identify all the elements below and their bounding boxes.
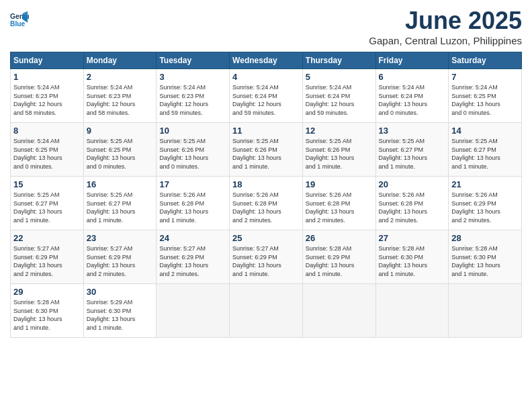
calendar-cell: 6Sunrise: 5:24 AM Sunset: 6:24 PM Daylig… <box>375 69 449 123</box>
calendar-cell: 12Sunrise: 5:25 AM Sunset: 6:26 PM Dayli… <box>302 123 375 177</box>
calendar-cell: 23Sunrise: 5:27 AM Sunset: 6:29 PM Dayli… <box>83 230 157 284</box>
cell-info: Sunrise: 5:26 AM Sunset: 6:29 PM Dayligh… <box>451 191 519 224</box>
cell-info: Sunrise: 5:25 AM Sunset: 6:27 PM Dayligh… <box>451 137 519 171</box>
cell-info: Sunrise: 5:24 AM Sunset: 6:24 PM Dayligh… <box>379 83 446 117</box>
day-number: 12 <box>306 126 373 136</box>
day-number: 11 <box>232 126 300 136</box>
cell-info: Sunrise: 5:24 AM Sunset: 6:23 PM Dayligh… <box>87 83 154 117</box>
col-header-friday: Friday <box>375 52 449 69</box>
col-header-wednesday: Wednesday <box>230 52 303 69</box>
col-header-saturday: Saturday <box>449 52 522 69</box>
day-number: 27 <box>379 233 446 243</box>
calendar-cell: 10Sunrise: 5:25 AM Sunset: 6:26 PM Dayli… <box>157 123 230 177</box>
subtitle: Gapan, Central Luzon, Philippines <box>369 35 522 46</box>
day-number: 13 <box>379 126 446 136</box>
calendar-cell: 18Sunrise: 5:26 AM Sunset: 6:28 PM Dayli… <box>230 177 303 230</box>
calendar-cell: 8Sunrise: 5:24 AM Sunset: 6:25 PM Daylig… <box>11 123 84 177</box>
cell-info: Sunrise: 5:29 AM Sunset: 6:30 PM Dayligh… <box>87 298 154 332</box>
logo-icon: General Blue <box>10 10 29 29</box>
header-row: SundayMondayTuesdayWednesdayThursdayFrid… <box>11 52 522 69</box>
day-number: 9 <box>87 126 154 136</box>
day-number: 16 <box>87 179 154 189</box>
day-number: 6 <box>379 72 446 82</box>
cell-info: Sunrise: 5:24 AM Sunset: 6:23 PM Dayligh… <box>159 83 226 117</box>
day-number: 24 <box>159 233 226 243</box>
calendar-cell: 5Sunrise: 5:24 AM Sunset: 6:24 PM Daylig… <box>302 69 375 123</box>
calendar-cell <box>230 284 303 338</box>
calendar-cell <box>302 284 375 338</box>
day-number: 10 <box>159 126 226 136</box>
calendar-cell: 29Sunrise: 5:28 AM Sunset: 6:30 PM Dayli… <box>11 284 84 338</box>
day-number: 22 <box>13 233 81 243</box>
cell-info: Sunrise: 5:28 AM Sunset: 6:30 PM Dayligh… <box>13 298 81 332</box>
cell-info: Sunrise: 5:24 AM Sunset: 6:25 PM Dayligh… <box>451 83 519 117</box>
calendar-cell: 16Sunrise: 5:25 AM Sunset: 6:27 PM Dayli… <box>83 177 157 230</box>
day-number: 30 <box>87 287 154 297</box>
cell-info: Sunrise: 5:26 AM Sunset: 6:28 PM Dayligh… <box>232 191 300 224</box>
day-number: 18 <box>232 179 300 189</box>
calendar-cell: 1Sunrise: 5:24 AM Sunset: 6:23 PM Daylig… <box>11 69 84 123</box>
calendar-cell: 24Sunrise: 5:27 AM Sunset: 6:29 PM Dayli… <box>157 230 230 284</box>
calendar-table: SundayMondayTuesdayWednesdayThursdayFrid… <box>10 52 522 338</box>
main-title: June 2025 <box>369 7 522 35</box>
calendar-cell: 14Sunrise: 5:25 AM Sunset: 6:27 PM Dayli… <box>449 123 522 177</box>
week-row-2: 8Sunrise: 5:24 AM Sunset: 6:25 PM Daylig… <box>11 123 522 177</box>
col-header-monday: Monday <box>83 52 157 69</box>
cell-info: Sunrise: 5:25 AM Sunset: 6:26 PM Dayligh… <box>232 137 300 171</box>
calendar-cell: 11Sunrise: 5:25 AM Sunset: 6:26 PM Dayli… <box>230 123 303 177</box>
calendar-cell: 27Sunrise: 5:28 AM Sunset: 6:30 PM Dayli… <box>375 230 449 284</box>
cell-info: Sunrise: 5:25 AM Sunset: 6:27 PM Dayligh… <box>379 137 446 171</box>
day-number: 5 <box>306 72 373 82</box>
calendar-cell: 19Sunrise: 5:26 AM Sunset: 6:28 PM Dayli… <box>302 177 375 230</box>
calendar-cell <box>157 284 230 338</box>
calendar-cell: 30Sunrise: 5:29 AM Sunset: 6:30 PM Dayli… <box>83 284 157 338</box>
week-row-3: 15Sunrise: 5:25 AM Sunset: 6:27 PM Dayli… <box>11 177 522 230</box>
calendar-cell: 2Sunrise: 5:24 AM Sunset: 6:23 PM Daylig… <box>83 69 157 123</box>
cell-info: Sunrise: 5:27 AM Sunset: 6:29 PM Dayligh… <box>232 244 300 278</box>
day-number: 14 <box>451 126 519 136</box>
day-number: 2 <box>87 72 154 82</box>
cell-info: Sunrise: 5:27 AM Sunset: 6:29 PM Dayligh… <box>159 244 226 278</box>
day-number: 8 <box>13 126 81 136</box>
calendar-cell: 9Sunrise: 5:25 AM Sunset: 6:25 PM Daylig… <box>83 123 157 177</box>
week-row-1: 1Sunrise: 5:24 AM Sunset: 6:23 PM Daylig… <box>11 69 522 123</box>
calendar-cell <box>375 284 449 338</box>
day-number: 21 <box>451 179 519 189</box>
calendar-cell: 22Sunrise: 5:27 AM Sunset: 6:29 PM Dayli… <box>11 230 84 284</box>
day-number: 15 <box>13 179 81 189</box>
cell-info: Sunrise: 5:26 AM Sunset: 6:28 PM Dayligh… <box>306 191 373 224</box>
logo: General Blue <box>10 10 32 29</box>
day-number: 19 <box>306 179 373 189</box>
cell-info: Sunrise: 5:24 AM Sunset: 6:23 PM Dayligh… <box>13 83 81 117</box>
day-number: 28 <box>451 233 519 243</box>
cell-info: Sunrise: 5:27 AM Sunset: 6:29 PM Dayligh… <box>13 244 81 278</box>
cell-info: Sunrise: 5:25 AM Sunset: 6:25 PM Dayligh… <box>87 137 154 171</box>
cell-info: Sunrise: 5:28 AM Sunset: 6:30 PM Dayligh… <box>379 244 446 278</box>
day-number: 1 <box>13 72 81 82</box>
calendar-cell: 26Sunrise: 5:28 AM Sunset: 6:29 PM Dayli… <box>302 230 375 284</box>
cell-info: Sunrise: 5:28 AM Sunset: 6:29 PM Dayligh… <box>306 244 373 278</box>
day-number: 4 <box>232 72 300 82</box>
day-number: 25 <box>232 233 300 243</box>
calendar-cell: 17Sunrise: 5:26 AM Sunset: 6:28 PM Dayli… <box>157 177 230 230</box>
calendar-cell: 25Sunrise: 5:27 AM Sunset: 6:29 PM Dayli… <box>230 230 303 284</box>
calendar-cell: 13Sunrise: 5:25 AM Sunset: 6:27 PM Dayli… <box>375 123 449 177</box>
day-number: 20 <box>379 179 446 189</box>
title-block: June 2025 Gapan, Central Luzon, Philippi… <box>369 7 522 46</box>
cell-info: Sunrise: 5:24 AM Sunset: 6:25 PM Dayligh… <box>13 137 81 171</box>
day-number: 3 <box>159 72 226 82</box>
day-number: 17 <box>159 179 226 189</box>
calendar-cell: 20Sunrise: 5:26 AM Sunset: 6:28 PM Dayli… <box>375 177 449 230</box>
calendar-cell: 4Sunrise: 5:24 AM Sunset: 6:24 PM Daylig… <box>230 69 303 123</box>
cell-info: Sunrise: 5:26 AM Sunset: 6:28 PM Dayligh… <box>379 191 446 224</box>
day-number: 29 <box>13 287 81 297</box>
calendar-cell <box>449 284 522 338</box>
col-header-thursday: Thursday <box>302 52 375 69</box>
day-number: 23 <box>87 233 154 243</box>
day-number: 26 <box>306 233 373 243</box>
cell-info: Sunrise: 5:24 AM Sunset: 6:24 PM Dayligh… <box>232 83 300 117</box>
calendar-cell: 21Sunrise: 5:26 AM Sunset: 6:29 PM Dayli… <box>449 177 522 230</box>
cell-info: Sunrise: 5:25 AM Sunset: 6:26 PM Dayligh… <box>159 137 226 171</box>
cell-info: Sunrise: 5:25 AM Sunset: 6:26 PM Dayligh… <box>306 137 373 171</box>
cell-info: Sunrise: 5:26 AM Sunset: 6:28 PM Dayligh… <box>159 191 226 224</box>
